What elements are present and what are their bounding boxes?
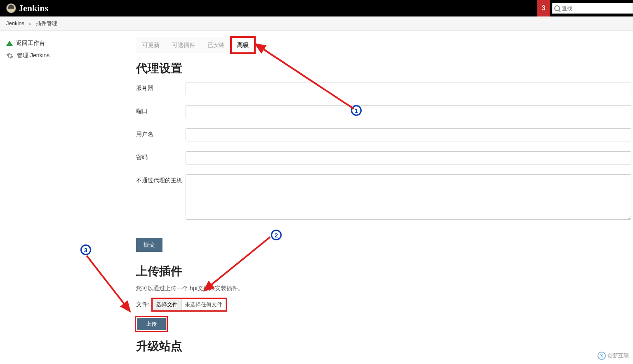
proxy-title: 代理设置 [136,61,633,76]
jenkins-logo[interactable]: Jenkins [6,3,48,14]
watermark-logo-icon: X [598,352,606,360]
search-input[interactable] [562,5,631,12]
sidebar-item-label: 管理 Jenkins [17,52,49,59]
row-noproxy: 不通过代理的主机 [136,174,633,220]
label-server: 服务器 [136,82,186,92]
up-arrow-icon [6,41,13,46]
notification-badge[interactable]: 3 [537,0,550,16]
label-username: 用户名 [136,128,186,138]
label-password: 密码 [136,151,186,161]
sidebar: 返回工作台 管理 Jenkins [0,31,132,364]
search-icon [554,5,560,11]
tab-updates[interactable]: 可更新 [136,37,166,53]
row-port: 端口 [136,105,633,118]
label-noproxy: 不通过代理的主机 [136,174,186,184]
input-noproxy[interactable] [186,174,631,220]
tabs: 可更新 可选插件 已安装 高级 [136,37,633,53]
no-file-text: 未选择任何文件 [181,299,226,310]
page-body: 返回工作台 管理 Jenkins 可更新 可选插件 已安装 高级 代理设置 服务… [0,31,633,364]
row-server: 服务器 [136,82,633,95]
row-username: 用户名 [136,128,633,141]
input-username[interactable] [186,128,631,141]
gear-icon [6,52,14,59]
tab-installed[interactable]: 已安装 [201,37,231,53]
choose-highlight: 选择文件 未选择任何文件 [153,299,226,310]
svg-line-0 [256,44,354,109]
watermark-text: 创新互联 [607,352,629,359]
crumb-separator-icon: ▸ [29,21,31,26]
tab-advanced[interactable]: 高级 [231,37,255,53]
search-box[interactable] [552,3,633,14]
choose-file-button[interactable]: 选择文件 [153,299,181,310]
label-port: 端口 [136,105,186,115]
upload-highlight: 上传 [136,317,167,331]
breadcrumb: Jenkins ▸ 插件管理 [0,16,633,31]
upload-button[interactable]: 上传 [137,318,166,330]
submit-button[interactable]: 提交 [136,238,162,252]
watermark: X 创新互联 [598,352,629,360]
top-header: Jenkins 3 [0,0,633,16]
file-label: 文件: [136,301,149,308]
crumb-plugin-manager[interactable]: 插件管理 [36,20,57,26]
crumb-jenkins[interactable]: Jenkins [6,20,24,26]
row-password: 密码 [136,151,633,164]
input-password[interactable] [186,151,631,164]
jenkins-head-icon [6,3,16,13]
tab-available[interactable]: 可选插件 [166,37,201,53]
input-port[interactable] [186,105,631,118]
sidebar-item-label: 返回工作台 [16,40,45,47]
file-picker[interactable]: 选择文件 未选择任何文件 [153,299,226,310]
sidebar-item-back[interactable]: 返回工作台 [6,37,132,49]
input-server[interactable] [186,82,631,95]
annotation-circle-2: 2 [271,230,282,240]
upload-title: 上传插件 [136,263,633,279]
sidebar-item-manage[interactable]: 管理 Jenkins [6,49,132,62]
logo-text: Jenkins [19,3,48,14]
file-row: 文件: 选择文件 未选择任何文件 [136,299,633,310]
main-content: 可更新 可选插件 已安装 高级 代理设置 服务器 端口 用户名 密码 不通过代理… [132,31,633,364]
upload-description: 您可以通过上传一个.hpi文件来安装插件。 [136,285,633,292]
upgrade-title: 升级站点 [136,338,633,354]
